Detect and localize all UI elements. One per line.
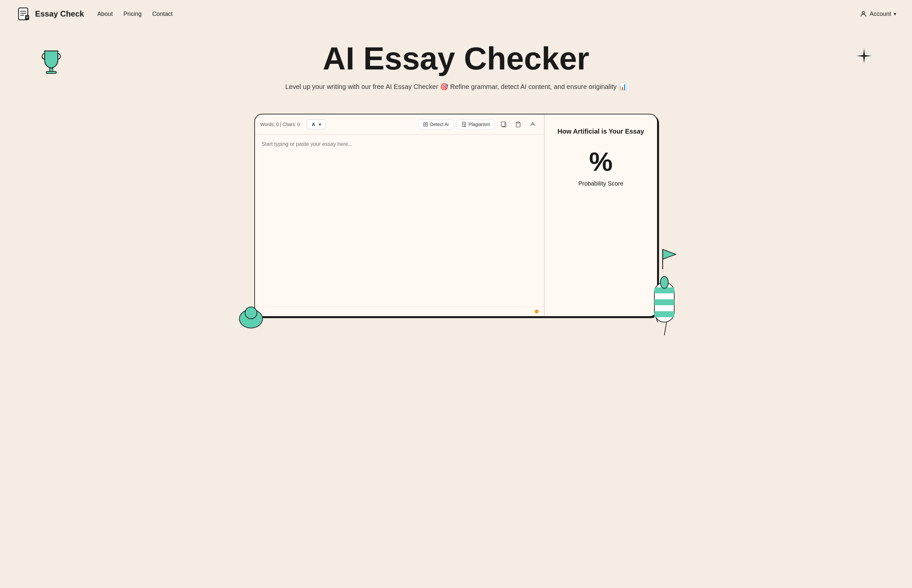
essay-textarea[interactable] [255,135,544,307]
copy-button[interactable] [498,118,510,130]
nav-item-contact[interactable]: Contact [152,11,173,18]
probability-label: Probability Score [578,180,623,187]
logo-text: Essay Check [35,9,84,19]
svg-point-21 [425,123,426,125]
score-title: How Artificial is Your Essay [557,128,644,135]
svg-rect-20 [424,122,428,126]
bottom-left-decoration [238,305,264,330]
svg-point-11 [245,307,257,319]
bottom-right-decoration [638,276,684,337]
svg-rect-30 [518,121,519,123]
logo-link[interactable]: Essay Check [16,6,84,22]
user-icon [860,10,867,18]
hero-title: AI Essay Checker [6,41,906,76]
nav-left: Essay Check About Pricing Contact [16,6,173,22]
font-icon: A [312,122,317,127]
mid-right-decoration [661,246,678,271]
svg-rect-14 [654,299,674,305]
copy-icon [500,121,507,128]
logo-icon [16,6,32,22]
svg-rect-28 [501,122,505,126]
nav-item-about[interactable]: About [97,11,113,18]
tool-card: Words: 0 | Chars: 0 A ▾ Detect Ai [254,114,658,317]
detect-ai-button[interactable]: Detect Ai [418,120,454,129]
svg-point-16 [660,276,668,288]
nav-links: About Pricing Contact [97,11,173,18]
font-button[interactable]: A ▾ [307,120,326,129]
svg-rect-9 [46,71,56,73]
star-decoration [856,48,872,65]
navbar: Essay Check About Pricing Contact Accoun… [0,0,912,28]
nav-item-pricing[interactable]: Pricing [123,11,142,18]
paste-icon [515,121,521,128]
svg-rect-15 [654,311,674,317]
editor-footer [255,307,544,316]
eraser-icon [529,121,536,128]
detect-ai-icon [423,122,428,127]
svg-rect-8 [50,68,53,71]
clear-button[interactable] [527,118,539,130]
percent-symbol: % [589,149,612,175]
hero-section: AI Essay Checker Level up your writing w… [0,28,912,114]
tool-container: Words: 0 | Chars: 0 A ▾ Detect Ai [241,114,671,337]
paste-button[interactable] [512,118,524,130]
plagiarism-icon [461,122,466,127]
nav-link-about[interactable]: About [97,11,113,17]
account-menu[interactable]: Account ▾ [860,10,896,18]
account-label: Account [870,11,891,18]
svg-rect-4 [25,15,29,20]
trophy-decoration [40,48,63,75]
editor-toolbar: Words: 0 | Chars: 0 A ▾ Detect Ai [255,115,544,135]
chevron-down-icon: ▾ [894,11,896,16]
editor-panel: Words: 0 | Chars: 0 A ▾ Detect Ai [255,115,545,316]
nav-link-contact[interactable]: Contact [152,11,173,17]
plagiarism-button[interactable]: Plagiarism [456,120,495,129]
nav-link-pricing[interactable]: Pricing [123,11,142,17]
hero-subtitle: Level up your writing with our free AI E… [6,83,906,90]
status-dot [535,310,539,313]
svg-text:A: A [312,122,315,127]
svg-point-7 [862,11,864,14]
word-count: Words: 0 | Chars: 0 [260,122,300,127]
svg-marker-17 [663,249,676,259]
